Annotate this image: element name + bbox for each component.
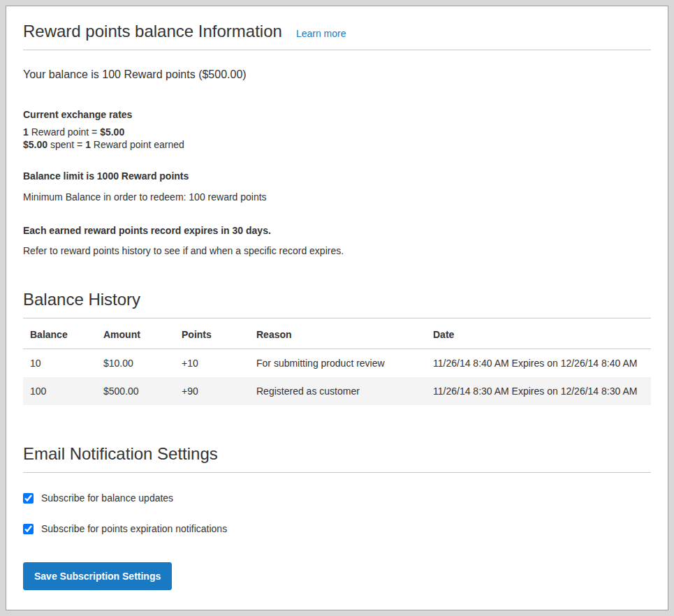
rate2-points: 1 [85, 139, 91, 150]
history-divider [23, 318, 651, 318]
balance-history-table: Balance Amount Points Reason Date 10 $10… [23, 320, 651, 405]
cell-reason: For submitting product review [249, 349, 426, 378]
expiry-heading: Each earned reward points record expires… [23, 225, 651, 236]
cell-date: 11/26/14 8:40 AM Expires on 12/26/14 8:4… [426, 349, 651, 378]
save-subscription-settings-button[interactable]: Save Subscription Settings [23, 562, 172, 590]
subscribe-balance-checkbox[interactable] [23, 493, 34, 504]
column-header-amount: Amount [96, 320, 175, 349]
column-header-points: Points [175, 320, 249, 349]
subscribe-balance-row: Subscribe for balance updates [23, 492, 651, 504]
cell-points: +90 [175, 377, 249, 405]
email-divider [23, 472, 651, 473]
exchange-rates-heading: Current exchange rates [23, 109, 651, 120]
email-settings-title: Email Notification Settings [23, 444, 651, 464]
rate1-text: Reward point = [29, 126, 100, 138]
rate2-amount: $5.00 [23, 139, 47, 150]
exchange-rate-line-2: $5.00 spent = 1 Reward point earned [23, 138, 651, 151]
rate2-suffix: Reward point earned [91, 139, 184, 150]
table-header-row: Balance Amount Points Reason Date [23, 320, 651, 349]
header-divider [23, 50, 651, 50]
column-header-balance: Balance [23, 320, 96, 349]
column-header-date: Date [426, 320, 651, 349]
exchange-rate-line-1: 1 Reward point = $5.00 [23, 126, 651, 138]
subscribe-expiration-label[interactable]: Subscribe for points expiration notifica… [41, 523, 227, 534]
column-header-reason: Reason [249, 320, 426, 349]
expiry-note: Refer to reward points history to see if… [23, 245, 651, 256]
reward-points-page: Reward points balance Information Learn … [6, 6, 668, 610]
page-title: Reward points balance Information [23, 22, 282, 41]
cell-balance: 100 [23, 377, 96, 405]
balance-summary: Your balance is 100 Reward points ($500.… [23, 68, 651, 81]
rate1-amount: $5.00 [100, 126, 124, 138]
cell-balance: 10 [23, 349, 96, 378]
rate1-points: 1 [23, 126, 29, 138]
page-header: Reward points balance Information Learn … [23, 6, 651, 41]
cell-date: 11/26/14 8:30 AM Expires on 12/26/14 8:3… [426, 377, 651, 405]
subscribe-expiration-checkbox[interactable] [23, 524, 34, 534]
cell-reason: Registered as customer [249, 377, 426, 405]
rate2-text: spent = [47, 139, 85, 150]
cell-points: +10 [175, 349, 249, 378]
subscribe-expiration-row: Subscribe for points expiration notifica… [23, 523, 651, 534]
subscribe-balance-label[interactable]: Subscribe for balance updates [41, 492, 173, 504]
balance-limit-heading: Balance limit is 1000 Reward points [23, 170, 651, 182]
table-row: 10 $10.00 +10 For submitting product rev… [23, 349, 651, 378]
minimum-balance-note: Minimum Balance in order to redeem: 100 … [23, 191, 651, 203]
balance-history-title: Balance History [23, 290, 651, 309]
cell-amount: $10.00 [96, 349, 175, 378]
cell-amount: $500.00 [96, 377, 175, 405]
learn-more-link[interactable]: Learn more [296, 28, 346, 39]
table-row: 100 $500.00 +90 Registered as customer 1… [23, 377, 651, 405]
